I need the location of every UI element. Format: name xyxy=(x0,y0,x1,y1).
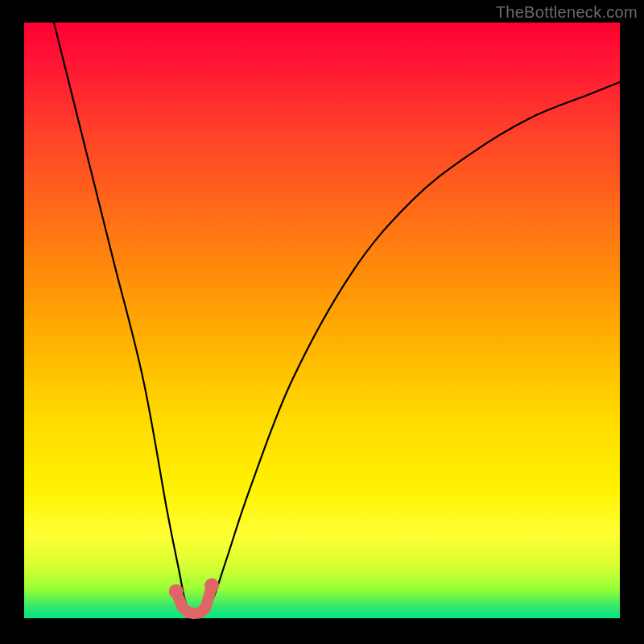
bottleneck-curve xyxy=(54,23,620,613)
watermark-text: TheBottleneck.com xyxy=(496,3,638,22)
curve-layer xyxy=(24,23,620,618)
chart-frame: TheBottleneck.com xyxy=(0,0,644,644)
trough-markers xyxy=(169,578,219,613)
trough-marker-dot xyxy=(169,584,184,599)
plot-area xyxy=(24,23,620,618)
trough-marker-dot xyxy=(204,578,219,592)
